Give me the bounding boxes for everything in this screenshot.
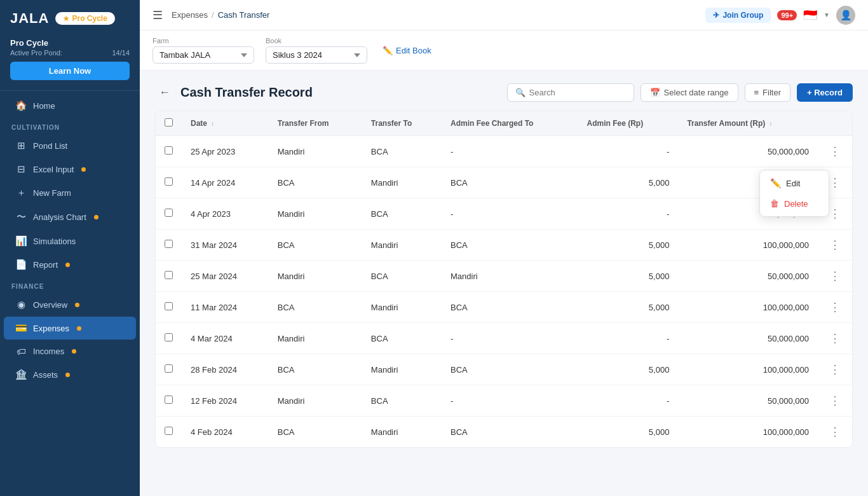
row-actions-cell: ⋮ bbox=[818, 417, 852, 448]
select-all-checkbox[interactable] bbox=[165, 118, 173, 127]
date-sort-icon: ↕ bbox=[211, 120, 214, 127]
sidebar-item-report[interactable]: 📄 Report bbox=[4, 253, 136, 276]
back-button[interactable]: ← bbox=[155, 85, 174, 100]
row-admin-fee-charged-to: BCA bbox=[442, 354, 578, 385]
sidebar-item-label: Simulations bbox=[33, 237, 76, 246]
edit-book-label: Edit Book bbox=[396, 46, 431, 55]
row-checkbox[interactable] bbox=[165, 427, 173, 435]
row-checkbox-cell bbox=[156, 198, 182, 230]
row-checkbox[interactable] bbox=[165, 333, 173, 341]
cash-transfer-table-wrap: Date ↕ Transfer From Transfer To Admin F… bbox=[155, 111, 853, 448]
row-actions-cell: ⋮ bbox=[818, 385, 852, 417]
row-admin-fee-charged-to: - bbox=[442, 136, 578, 167]
report-badge bbox=[65, 263, 70, 267]
record-button[interactable]: + Record bbox=[797, 83, 853, 102]
row-checkbox-cell bbox=[156, 292, 182, 323]
join-group-button[interactable]: ✈ Join Group bbox=[705, 8, 771, 23]
flag-icon: 🇮🇩 bbox=[803, 8, 817, 22]
active-pond-value: 14/14 bbox=[112, 49, 130, 57]
col-date: Date ↕ bbox=[182, 111, 269, 136]
main-content: ☰ Expenses / Cash Transfer ✈ Join Group … bbox=[140, 0, 868, 496]
row-checkbox[interactable] bbox=[165, 396, 173, 404]
row-checkbox-cell bbox=[156, 417, 182, 448]
row-more-button[interactable]: ⋮ bbox=[827, 268, 843, 284]
date-range-button[interactable]: 📅 Select date range bbox=[641, 83, 738, 102]
filter-icon: ≡ bbox=[754, 88, 759, 97]
sidebar-item-new-farm[interactable]: ＋ New Farm bbox=[4, 181, 136, 205]
sidebar-item-pond-list[interactable]: ⊞ Pond List bbox=[4, 134, 136, 157]
filter-button[interactable]: ≡ Filter bbox=[745, 83, 790, 102]
farm-selector-group: Farm Tambak JALA bbox=[153, 37, 254, 64]
row-actions-cell: ⋮ bbox=[818, 261, 852, 292]
pro-cycle-name: Pro Cycle bbox=[10, 38, 130, 48]
learn-now-button[interactable]: Learn Now bbox=[10, 62, 130, 80]
sidebar-item-analysis-chart[interactable]: 〜 Analysis Chart bbox=[4, 205, 136, 229]
row-checkbox[interactable] bbox=[165, 364, 173, 373]
table-row: 14 Apr 2024 BCA Mandiri BCA 5,000 ⋮ ✏️ E… bbox=[156, 167, 852, 198]
row-transfer-to: Mandiri bbox=[362, 167, 442, 198]
context-menu-edit[interactable]: ✏️ Edit bbox=[760, 173, 829, 193]
farm-select[interactable]: Tambak JALA bbox=[153, 46, 254, 64]
sidebar-item-expenses[interactable]: 💳 Expenses bbox=[4, 317, 136, 340]
row-checkbox-cell bbox=[156, 261, 182, 292]
row-more-button[interactable]: ⋮ bbox=[827, 361, 843, 378]
row-more-button[interactable]: ⋮ bbox=[827, 392, 843, 409]
book-select[interactable]: Siklus 3 2024 bbox=[266, 46, 367, 64]
col-date-label: Date bbox=[191, 119, 207, 128]
sidebar-item-home[interactable]: 🏠 Home bbox=[4, 94, 136, 117]
row-transfer-to: BCA bbox=[362, 323, 442, 354]
row-checkbox[interactable] bbox=[165, 146, 173, 155]
table-row: 4 Feb 2024 BCA Mandiri BCA 5,000 100,000… bbox=[156, 417, 852, 448]
row-more-button[interactable]: ⋮ bbox=[827, 299, 843, 315]
sidebar-item-label: Report bbox=[33, 260, 58, 270]
sidebar-item-incomes[interactable]: 🏷 Incomes bbox=[4, 340, 136, 362]
pro-section: Pro Cycle Active Pro Pond: 14/14 Learn N… bbox=[0, 33, 140, 88]
table-row: 25 Apr 2023 Mandiri BCA - - 50,000,000 ⋮ bbox=[156, 136, 852, 167]
row-checkbox[interactable] bbox=[165, 177, 173, 186]
row-admin-fee-charged-to: BCA bbox=[442, 417, 578, 448]
row-more-button[interactable]: ⋮ bbox=[827, 143, 843, 160]
page-header: ← Cash Transfer Record 🔍 📅 Select date r… bbox=[155, 83, 853, 102]
search-input[interactable] bbox=[529, 88, 618, 97]
delete-label: Delete bbox=[784, 199, 808, 209]
row-transfer-from: Mandiri bbox=[269, 198, 362, 230]
row-transfer-from: BCA bbox=[269, 354, 362, 385]
breadcrumb: Expenses / Cash Transfer bbox=[172, 10, 269, 20]
edit-book-button[interactable]: ✏️ Edit Book bbox=[383, 46, 431, 55]
row-checkbox[interactable] bbox=[165, 240, 173, 248]
sidebar-section-cultivation: CULTIVATION bbox=[0, 118, 140, 134]
row-transfer-from: BCA bbox=[269, 292, 362, 323]
context-menu-delete[interactable]: 🗑 Delete bbox=[760, 193, 829, 214]
row-more-button[interactable]: ⋮ bbox=[827, 330, 843, 347]
sidebar-item-label: Home bbox=[33, 101, 55, 111]
row-admin-fee-charged-to: - bbox=[442, 385, 578, 417]
sidebar-item-simulations[interactable]: 📊 Simulations bbox=[4, 230, 136, 252]
user-avatar[interactable]: 👤 bbox=[836, 6, 855, 25]
sidebar-item-excel-input[interactable]: ⊟ Excel Input bbox=[4, 158, 136, 181]
notification-badge[interactable]: 99+ bbox=[777, 10, 797, 20]
sidebar-item-label: Analysis Chart bbox=[33, 212, 86, 222]
incomes-badge bbox=[72, 349, 76, 354]
row-more-button[interactable]: ⋮ bbox=[827, 424, 843, 440]
row-actions-cell: ⋮ bbox=[818, 136, 852, 167]
flag-dropdown-icon[interactable]: ▼ bbox=[824, 11, 830, 18]
row-date: 11 Mar 2024 bbox=[182, 292, 269, 323]
delete-icon: 🗑 bbox=[770, 198, 779, 209]
expenses-badge bbox=[77, 326, 81, 331]
edit-label: Edit bbox=[786, 179, 800, 188]
row-checkbox[interactable] bbox=[165, 209, 173, 217]
row-transfer-from: BCA bbox=[269, 167, 362, 198]
row-actions-cell: ⋮ bbox=[818, 230, 852, 261]
excel-input-badge bbox=[81, 167, 86, 172]
row-more-button[interactable]: ⋮ bbox=[827, 237, 843, 253]
sidebar-item-assets[interactable]: 🏦 Assets bbox=[4, 363, 136, 386]
hamburger-icon[interactable]: ☰ bbox=[153, 8, 163, 22]
analysis-chart-icon: 〜 bbox=[15, 211, 27, 223]
row-checkbox[interactable] bbox=[165, 302, 173, 310]
row-checkbox[interactable] bbox=[165, 271, 173, 279]
assets-icon: 🏦 bbox=[15, 369, 27, 380]
sidebar-item-overview[interactable]: ◉ Overview bbox=[4, 293, 136, 316]
calendar-icon: 📅 bbox=[650, 88, 660, 97]
search-wrap: 🔍 bbox=[507, 83, 634, 102]
row-actions-cell: ⋮ bbox=[818, 292, 852, 323]
